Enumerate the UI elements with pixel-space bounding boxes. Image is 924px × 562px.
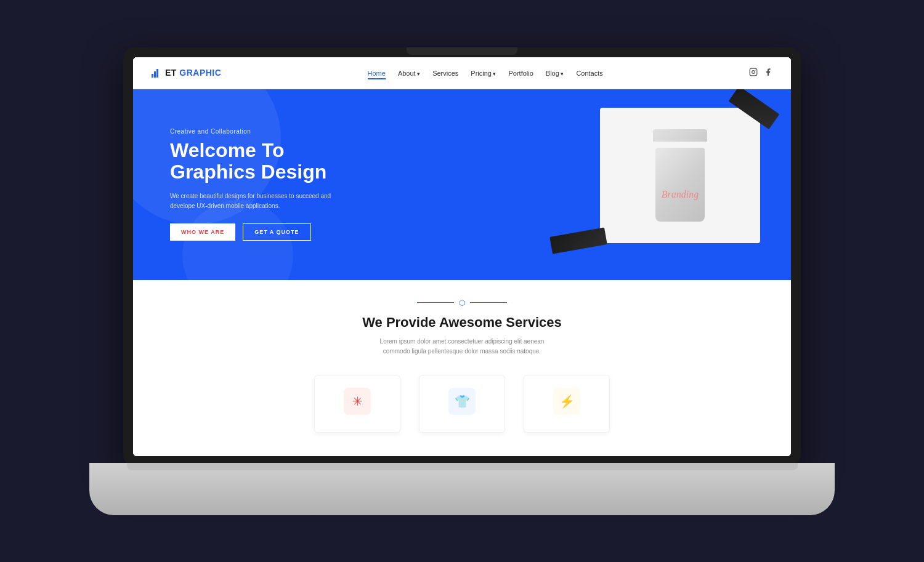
divider-line-left	[417, 302, 454, 303]
nav-item-pricing[interactable]: Pricing	[471, 67, 496, 78]
hero-subtitle: Creative and Collaboration	[170, 128, 425, 135]
service-card-1: 👕	[419, 375, 505, 433]
nav-item-contacts[interactable]: Contacts	[576, 67, 602, 78]
lightning-icon: ⚡	[559, 394, 575, 409]
nav-social-links	[749, 68, 772, 78]
hero-buttons: WHO WE ARE GET A QUOTE	[170, 223, 425, 241]
svg-point-4	[752, 70, 755, 73]
navbar: ET GRAPHIC Home About Services Pricing P…	[133, 57, 791, 89]
hero-section: Creative and Collaboration Welcome To Gr…	[133, 89, 791, 280]
svg-point-5	[755, 70, 756, 70]
hero-branding-card: Branding	[600, 108, 760, 243]
service-card-0: ✳	[314, 375, 400, 433]
hero-title: Welcome To Graphics Design	[170, 140, 425, 183]
cup-illustration: Branding	[646, 129, 714, 222]
nav-item-home[interactable]: Home	[368, 67, 386, 78]
laptop-mockup: ET GRAPHIC Home About Services Pricing P…	[123, 47, 801, 515]
service-icon-apparel: 👕	[448, 388, 476, 415]
hero-image-area: Branding	[569, 102, 766, 268]
divider-icon: ⬡	[459, 299, 465, 307]
branding-text: Branding	[662, 189, 699, 200]
divider-line-right	[470, 302, 507, 303]
website-content: ET GRAPHIC Home About Services Pricing P…	[133, 57, 791, 456]
svg-rect-2	[156, 69, 158, 78]
tape-bottom	[549, 227, 607, 254]
nav-link-services[interactable]: Services	[432, 70, 458, 77]
service-icon-design: ✳	[344, 388, 371, 415]
laptop-base	[89, 463, 835, 515]
screen-notch	[407, 47, 517, 55]
services-title: We Provide Awesome Services	[158, 315, 766, 331]
design-icon: ✳	[352, 394, 363, 409]
logo-label: ET GRAPHIC	[165, 68, 221, 78]
nav-item-services[interactable]: Services	[432, 67, 458, 78]
svg-rect-3	[750, 68, 757, 76]
instagram-icon[interactable]	[749, 68, 758, 78]
get-quote-button[interactable]: GET A QUOTE	[243, 223, 310, 241]
service-card-2: ⚡	[524, 375, 610, 433]
section-divider: ⬡	[158, 299, 766, 307]
nav-item-about[interactable]: About	[398, 67, 420, 78]
nav-link-home[interactable]: Home	[368, 70, 386, 79]
nav-link-portfolio[interactable]: Portfolio	[508, 70, 533, 77]
logo-bar-icon	[152, 68, 161, 78]
nav-link-about[interactable]: About	[398, 70, 420, 77]
nav-item-blog[interactable]: Blog	[546, 67, 564, 78]
services-description: Lorem ipsum dolor amet consectetuer adip…	[370, 337, 554, 356]
cup-lid	[653, 129, 707, 142]
screen-bezel: ET GRAPHIC Home About Services Pricing P…	[123, 47, 801, 466]
cup-body	[655, 148, 705, 222]
svg-rect-0	[152, 74, 153, 78]
svg-rect-1	[154, 71, 156, 78]
nav-link-blog[interactable]: Blog	[546, 70, 564, 77]
hero-bottom-arrow	[452, 271, 472, 280]
nav-link-contacts[interactable]: Contacts	[576, 70, 602, 77]
services-section: ⬡ We Provide Awesome Services Lorem ipsu…	[133, 280, 791, 456]
nav-item-portfolio[interactable]: Portfolio	[508, 67, 533, 78]
service-icon-lightning: ⚡	[553, 388, 580, 415]
laptop-screen: ET GRAPHIC Home About Services Pricing P…	[133, 57, 791, 456]
apparel-icon: 👕	[455, 394, 470, 409]
hero-content: Creative and Collaboration Welcome To Gr…	[133, 128, 462, 241]
nav-link-pricing[interactable]: Pricing	[471, 70, 496, 77]
facebook-icon[interactable]	[764, 68, 772, 78]
services-grid: ✳ 👕 ⚡	[158, 375, 766, 433]
nav-links: Home About Services Pricing Portfolio Bl…	[368, 67, 603, 78]
hero-description: We create beautiful designs for business…	[170, 191, 342, 211]
who-we-are-button[interactable]: WHO WE ARE	[170, 223, 235, 241]
logo[interactable]: ET GRAPHIC	[152, 68, 221, 78]
